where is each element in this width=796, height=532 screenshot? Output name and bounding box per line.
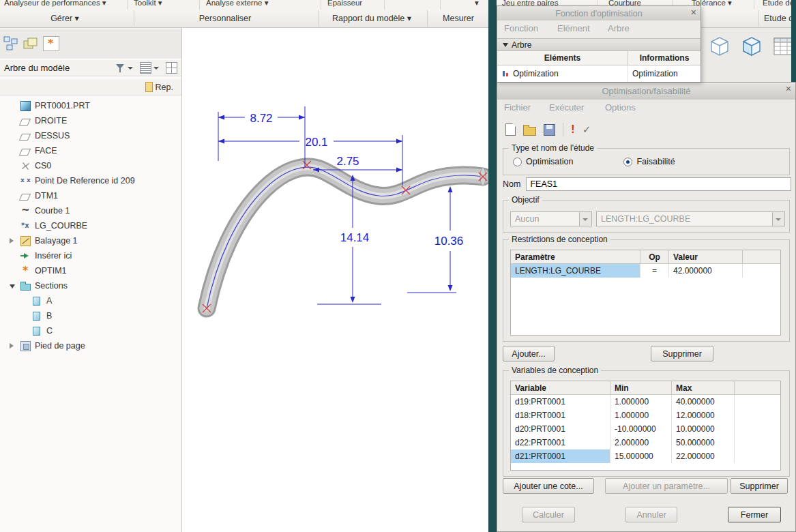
menu-fonction[interactable]: Fonction: [504, 23, 538, 33]
menu-fichier[interactable]: Fichier: [504, 102, 531, 113]
chevron-down-icon[interactable]: [153, 67, 159, 70]
radio-label[interactable]: Optimisation: [526, 157, 573, 166]
close-button[interactable]: Fermer: [728, 507, 781, 522]
variable-cell[interactable]: d19:PRT0001: [511, 395, 610, 409]
variable-cell[interactable]: d18:PRT0001: [511, 409, 610, 422]
tree-item-courbe1[interactable]: Courbe 1: [0, 203, 181, 218]
tree-item-point-reference[interactable]: Point De Reference id 209: [0, 173, 181, 188]
ribbon-item-analyseur[interactable]: Analyseur de performances ▾: [4, 0, 106, 9]
graphics-canvas[interactable]: 8.72 20.1 2.75: [182, 27, 488, 532]
tree-item-lg-courbe[interactable]: LG_COURBE: [0, 218, 181, 233]
ribbon-group-etude[interactable]: Etude d: [764, 10, 793, 27]
expand-icon[interactable]: [10, 238, 14, 243]
tree-item-section-b[interactable]: B: [0, 308, 181, 323]
ribbon-group-mesurer[interactable]: Mesurer: [443, 10, 474, 27]
ribbon-group-personnaliser[interactable]: Personnaliser: [199, 10, 251, 27]
menu-element[interactable]: Elément: [557, 23, 590, 33]
min-cell[interactable]: -10.000000: [610, 422, 672, 436]
study-name-input[interactable]: [526, 177, 791, 191]
new-annotation-icon[interactable]: [43, 36, 59, 51]
close-icon[interactable]: ×: [786, 83, 791, 94]
table-row[interactable]: d20:PRT0001 -10.000000 10.000000: [511, 422, 780, 436]
tree-item-pied-de-page[interactable]: Pied de page: [0, 338, 181, 353]
radio-faisabilite[interactable]: [623, 158, 632, 166]
tree-item-inserer-ici[interactable]: Insérer ici: [0, 248, 181, 263]
delete-variable-button[interactable]: Supprimer: [731, 478, 788, 494]
ribbon-item-chevron[interactable]: ▾: [475, 0, 479, 9]
tree-item-section-c[interactable]: C: [0, 323, 181, 338]
model-display-icon[interactable]: [3, 35, 19, 52]
close-icon[interactable]: ×: [691, 7, 696, 18]
tree-item-balayage1[interactable]: Balayage 1: [0, 233, 181, 248]
cube-display-icon[interactable]: [705, 31, 734, 61]
variable-cell[interactable]: d22:PRT0001: [511, 436, 610, 449]
tree-item-dessus[interactable]: DESSUS: [0, 128, 181, 143]
new-study-icon[interactable]: [505, 123, 516, 136]
filter-icon[interactable]: [115, 63, 126, 73]
menu-options[interactable]: Options: [605, 102, 636, 113]
table-row[interactable]: d19:PRT0001 1.000000 40.000000: [511, 395, 780, 409]
collapse-icon[interactable]: [10, 284, 15, 289]
layers-copy-icon[interactable]: [23, 37, 39, 50]
expand-icon[interactable]: [10, 343, 14, 349]
ribbon-item-analyse-externe[interactable]: Analyse externe ▾: [206, 0, 268, 9]
cancel-button[interactable]: Annuler: [625, 507, 677, 522]
table-row[interactable]: d18:PRT0001 1.000000 12.000000: [511, 409, 780, 422]
ribbon-item-epaisseur[interactable]: Épaisseur: [327, 0, 362, 9]
tree-columns-icon[interactable]: [166, 62, 177, 74]
max-cell[interactable]: 50.000000: [672, 436, 735, 449]
dimension-value[interactable]: 14.14: [340, 231, 370, 244]
max-cell[interactable]: 40.000000: [672, 395, 735, 409]
tree-item-prt0001[interactable]: PRT0001.PRT: [0, 98, 181, 113]
cube-section-icon[interactable]: [737, 31, 766, 61]
ribbon-group-rapport[interactable]: Rapport du modèle ▾: [332, 10, 411, 27]
dimension-value[interactable]: 2.75: [336, 155, 359, 168]
menu-executer[interactable]: Exécuter: [549, 102, 584, 113]
max-cell[interactable]: 10.000000: [672, 422, 735, 436]
confirm-icon[interactable]: ✓: [583, 123, 591, 136]
add-parameter-button[interactable]: Ajouter un paramètre...: [605, 478, 728, 494]
radio-optimisation[interactable]: [513, 158, 522, 166]
tree-settings-icon[interactable]: [140, 62, 151, 74]
goal-parameter-dropdown[interactable]: LENGTH:LG_COURBE: [596, 211, 785, 226]
tree-item-section-a[interactable]: A: [0, 293, 181, 308]
collapse-icon[interactable]: [503, 43, 508, 47]
ribbon-item-etude[interactable]: Etude de: [763, 0, 794, 9]
min-cell[interactable]: 15.000000: [610, 449, 672, 463]
table-row-selected[interactable]: d21:PRT0001 15.000000 22.000000: [511, 449, 780, 463]
tree-item-droite[interactable]: DROITE: [0, 113, 181, 128]
add-dimension-button[interactable]: Ajouter une cote...: [503, 478, 594, 494]
max-cell[interactable]: 12.000000: [672, 409, 735, 422]
dimension-value[interactable]: 8.72: [250, 112, 272, 125]
min-cell[interactable]: 1.000000: [610, 409, 672, 422]
goal-dropdown[interactable]: Aucun: [510, 211, 592, 226]
ribbon-item-toolkit[interactable]: Toolkit ▾: [134, 0, 162, 9]
chevron-down-icon[interactable]: [772, 212, 784, 226]
rep-header[interactable]: Rep.: [0, 79, 181, 95]
min-cell[interactable]: 2.000000: [610, 436, 672, 449]
tree-section-header[interactable]: Arbre: [497, 38, 701, 51]
save-study-icon[interactable]: [544, 124, 555, 136]
value-cell[interactable]: 42.000000: [669, 264, 743, 278]
ribbon-group-gerer[interactable]: Gérer ▾: [50, 10, 79, 27]
dimension-value[interactable]: 10.36: [434, 235, 464, 248]
tree-item-optim1[interactable]: OPTIM1: [0, 263, 181, 278]
compute-button[interactable]: Calculer: [522, 507, 575, 522]
param-cell[interactable]: LENGTH:LG_COURBE: [511, 264, 640, 278]
add-restriction-button[interactable]: Ajouter...: [503, 346, 555, 361]
dimension-value[interactable]: 20.1: [305, 136, 327, 149]
variable-cell[interactable]: d21:PRT0001: [511, 449, 610, 463]
radio-label[interactable]: Faisabilité: [636, 157, 675, 166]
tree-item-sections[interactable]: Sections: [0, 278, 181, 293]
chevron-down-icon[interactable]: [579, 212, 591, 226]
table-row[interactable]: d22:PRT0001 2.000000 50.000000: [511, 436, 780, 449]
open-study-icon[interactable]: [523, 127, 536, 136]
run-warning-icon[interactable]: !: [571, 123, 575, 136]
min-cell[interactable]: 1.000000: [610, 395, 672, 409]
chevron-down-icon[interactable]: [128, 67, 133, 70]
variable-cell[interactable]: d20:PRT0001: [511, 422, 610, 436]
delete-restriction-button[interactable]: Supprimer: [651, 346, 713, 361]
tree-item-dtm1[interactable]: DTM1: [0, 188, 181, 203]
op-cell[interactable]: =: [640, 264, 669, 278]
table-row[interactable]: LENGTH:LG_COURBE = 42.000000: [511, 264, 780, 278]
